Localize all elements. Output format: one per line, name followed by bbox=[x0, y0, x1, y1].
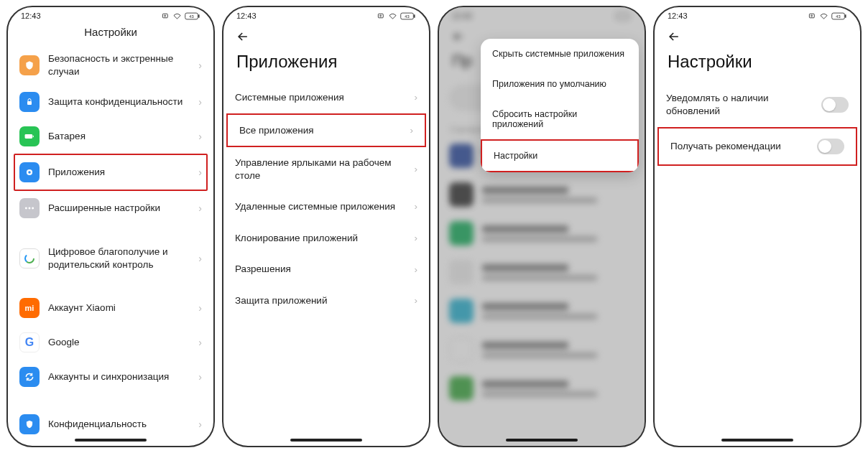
row-battery[interactable]: Батарея › bbox=[15, 119, 206, 154]
status-bar: 12:43 43 bbox=[8, 7, 213, 22]
apps-icon bbox=[19, 162, 40, 182]
chevron-right-icon: › bbox=[194, 60, 202, 71]
wellbeing-icon bbox=[19, 248, 40, 268]
toggle-switch[interactable] bbox=[817, 139, 844, 154]
chevron-right-icon: › bbox=[194, 167, 202, 178]
row-protect[interactable]: Защита приложений › bbox=[223, 285, 429, 317]
popup-default-apps[interactable]: Приложения по умолчанию bbox=[481, 69, 639, 99]
row-all-apps[interactable]: Все приложения › bbox=[226, 113, 426, 148]
popup-reset[interactable]: Сбросить настройки приложений bbox=[481, 99, 639, 139]
back-button[interactable] bbox=[232, 26, 254, 47]
popup-hide-system[interactable]: Скрыть системные приложения bbox=[481, 39, 639, 69]
svg-rect-6 bbox=[25, 134, 33, 139]
row-wellbeing[interactable]: Цифровое благополучие и родительский кон… bbox=[15, 238, 206, 278]
google-icon: G bbox=[19, 332, 40, 352]
svg-point-12 bbox=[32, 207, 34, 210]
phone-apps-menu: 12:43 43 Приложения Системные приложения… bbox=[222, 6, 430, 447]
row-confidentiality[interactable]: Конфиденциальность › bbox=[15, 407, 206, 442]
svg-rect-19 bbox=[414, 14, 415, 17]
row-label: Google bbox=[48, 336, 194, 349]
status-bar: 12:43 43 bbox=[223, 7, 429, 22]
row-label: Приложения bbox=[48, 166, 194, 179]
svg-rect-22 bbox=[809, 14, 814, 18]
row-notify-updates[interactable]: Уведомлять о наличии обновлений bbox=[655, 82, 860, 127]
row-apps[interactable]: Приложения › bbox=[14, 154, 208, 191]
chevron-right-icon: › bbox=[410, 125, 414, 136]
svg-point-10 bbox=[25, 207, 27, 210]
row-system-apps[interactable]: Системные приложения › bbox=[223, 82, 429, 113]
chevron-right-icon: › bbox=[415, 295, 418, 306]
chevron-right-icon: › bbox=[194, 253, 202, 264]
popup-menu: Скрыть системные приложения Приложения п… bbox=[481, 39, 639, 172]
home-indicator[interactable] bbox=[75, 439, 147, 442]
home-indicator[interactable] bbox=[290, 439, 362, 442]
svg-rect-3 bbox=[198, 14, 199, 17]
svg-rect-5 bbox=[27, 101, 32, 105]
svg-point-1 bbox=[165, 15, 166, 17]
chevron-right-icon: › bbox=[194, 302, 202, 314]
chevron-right-icon: › bbox=[415, 201, 418, 212]
status-icons: 43 bbox=[162, 12, 200, 20]
row-permissions[interactable]: Разрешения › bbox=[223, 253, 429, 285]
chevron-right-icon: › bbox=[415, 233, 418, 243]
popup-settings[interactable]: Настройки bbox=[481, 139, 639, 172]
svg-point-11 bbox=[29, 207, 31, 210]
status-icons: 43 bbox=[808, 12, 847, 20]
row-label: Конфиденциальность bbox=[48, 418, 194, 431]
svg-text:43: 43 bbox=[189, 14, 194, 18]
chevron-right-icon: › bbox=[194, 131, 202, 142]
row-label: Аккаунты и синхронизация bbox=[48, 370, 194, 383]
toggle-switch[interactable] bbox=[821, 97, 849, 113]
dots-icon bbox=[19, 198, 40, 218]
row-label: Аккаунт Xiaomi bbox=[48, 302, 194, 314]
row-shortcuts[interactable]: Управление ярлыками на рабочем столе › bbox=[223, 147, 429, 191]
phone-settings-main: 12:43 43 Настройки Безопасность и экстре… bbox=[6, 6, 215, 447]
chevron-right-icon: › bbox=[415, 264, 418, 275]
row-label: Расширенные настройки bbox=[48, 202, 194, 215]
status-time: 12:43 bbox=[236, 11, 257, 20]
chevron-right-icon: › bbox=[194, 96, 202, 108]
svg-point-23 bbox=[811, 15, 813, 17]
status-time: 12:43 bbox=[668, 11, 688, 20]
row-xiaomi[interactable]: mi Аккаунт Xiaomi › bbox=[15, 291, 206, 325]
row-advanced[interactable]: Расширенные настройки › bbox=[15, 191, 206, 225]
page-title: Настройки bbox=[655, 50, 860, 82]
chevron-right-icon: › bbox=[415, 92, 418, 103]
svg-point-17 bbox=[380, 15, 382, 17]
row-label: Цифровое благополучие и родительский кон… bbox=[48, 246, 194, 271]
home-indicator[interactable] bbox=[721, 439, 793, 442]
back-button[interactable] bbox=[663, 26, 685, 47]
svg-text:43: 43 bbox=[405, 14, 410, 18]
row-security[interactable]: Безопасность и экстренные случаи › bbox=[15, 45, 206, 85]
status-bar: 12:43 43 bbox=[655, 7, 860, 22]
battery-icon bbox=[19, 126, 40, 146]
phone-app-settings: 12:43 43 Настройки Уведомлять о наличии … bbox=[653, 6, 862, 447]
chevron-right-icon: › bbox=[194, 371, 202, 383]
row-recommendations[interactable]: Получать рекомендации bbox=[657, 127, 857, 166]
lock-icon bbox=[19, 92, 40, 112]
sync-icon bbox=[19, 367, 40, 387]
svg-rect-7 bbox=[33, 136, 34, 137]
row-location[interactable]: Местоположение › bbox=[15, 442, 206, 447]
page-title: Приложения bbox=[223, 50, 429, 82]
svg-rect-0 bbox=[162, 14, 167, 18]
phone-popup-menu: 12:43 Пр Сортировка по имени приложения … bbox=[438, 6, 646, 447]
chevron-right-icon: › bbox=[194, 202, 202, 214]
shield-icon bbox=[19, 55, 40, 75]
chevron-right-icon: › bbox=[194, 419, 202, 430]
row-google[interactable]: G Google › bbox=[15, 325, 206, 360]
chevron-right-icon: › bbox=[194, 337, 202, 348]
row-sync[interactable]: Аккаунты и синхронизация › bbox=[15, 360, 206, 394]
privacy-icon bbox=[19, 414, 40, 434]
chevron-right-icon: › bbox=[415, 164, 418, 174]
row-clone[interactable]: Клонирование приложений › bbox=[223, 223, 429, 254]
svg-point-9 bbox=[28, 171, 31, 174]
svg-rect-25 bbox=[845, 14, 846, 17]
row-privacy[interactable]: Защита конфиденциальности › bbox=[15, 85, 206, 119]
row-label: Защита конфиденциальности bbox=[48, 95, 194, 108]
page-title: Настройки bbox=[8, 22, 213, 45]
row-deleted-system[interactable]: Удаленные системные приложения › bbox=[223, 191, 429, 223]
row-label: Батарея bbox=[48, 130, 194, 143]
status-time: 12:43 bbox=[21, 11, 41, 20]
status-icons: 43 bbox=[377, 12, 416, 20]
